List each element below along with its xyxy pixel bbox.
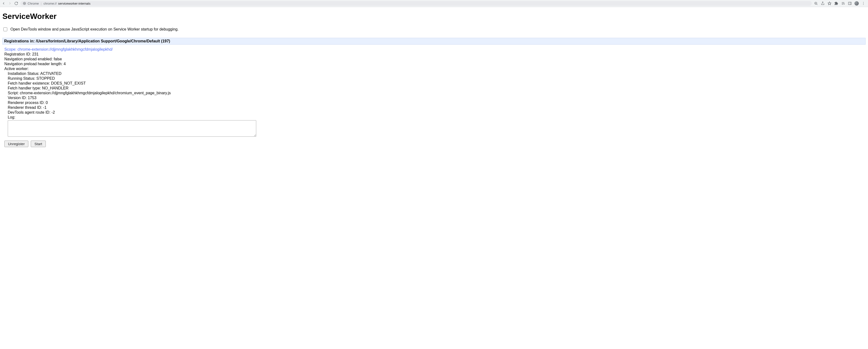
reading-list-icon[interactable]: [841, 1, 845, 6]
back-button[interactable]: [1, 1, 6, 6]
url-scheme: chrome://: [43, 2, 57, 5]
worker-script: Script: chrome-extension://djjmngfglakhk…: [8, 91, 864, 95]
browser-toolbar: Chrome | chrome://serviceworker-internal…: [0, 0, 868, 7]
page-title: ServiceWorker: [2, 12, 866, 21]
site-info-icon[interactable]: [23, 2, 26, 5]
log-textarea[interactable]: [8, 120, 256, 137]
active-worker-block: Installation Status: ACTIVATED Running S…: [8, 71, 864, 137]
svg-point-15: [863, 4, 864, 5]
svg-line-3: [817, 4, 817, 5]
fetch-handler-type: Fetch handler type: NO_HANDLER: [8, 86, 864, 91]
kebab-menu-icon[interactable]: [861, 1, 866, 6]
url-path: serviceworker-internals: [58, 2, 91, 5]
svg-point-1: [24, 3, 25, 4]
address-bar[interactable]: Chrome | chrome://serviceworker-internal…: [20, 1, 812, 6]
side-panel-icon[interactable]: [848, 1, 852, 6]
svg-marker-7: [828, 2, 831, 5]
devtools-route-id: DevTools agent route ID: -2: [8, 110, 864, 115]
entry-buttons: Unregister Start: [4, 141, 864, 147]
fetch-handler-existence: Fetch handler existence: DOES_NOT_EXIST: [8, 81, 864, 86]
log-label: Log:: [8, 115, 864, 120]
bookmark-star-icon[interactable]: [827, 1, 832, 6]
page-content: ServiceWorker Open DevTools window and p…: [0, 7, 868, 151]
renderer-process-id: Renderer process ID: 0: [8, 100, 864, 105]
start-button[interactable]: Start: [31, 141, 46, 147]
svg-point-13: [863, 2, 864, 2]
profile-avatar[interactable]: [855, 1, 859, 6]
forward-button[interactable]: [8, 1, 12, 6]
debug-checkbox-label: Open DevTools window and pause JavaScrip…: [10, 27, 179, 31]
scope-link[interactable]: Scope: chrome-extension://djjmngfglakhkh…: [4, 47, 113, 51]
registration-entry: Scope: chrome-extension://djjmngfglakhkh…: [2, 45, 866, 149]
url-origin-label: Chrome: [28, 2, 39, 5]
extensions-icon[interactable]: [834, 1, 838, 6]
nav-preload-header-length: Navigation preload header length: 4: [4, 62, 864, 66]
share-icon[interactable]: [820, 1, 825, 6]
debug-checkbox-row[interactable]: Open DevTools window and pause JavaScrip…: [2, 27, 866, 32]
active-worker-label: Active worker:: [4, 66, 864, 71]
installation-status: Installation Status: ACTIVATED: [8, 71, 864, 76]
version-id: Version ID: 1753: [8, 95, 864, 100]
nav-preload-enabled: Navigation preload enabled: false: [4, 57, 864, 62]
debug-checkbox[interactable]: [3, 27, 7, 31]
registration-id: Registration ID: 231: [4, 52, 864, 57]
svg-rect-11: [848, 2, 851, 5]
running-status: Running Status: STOPPED: [8, 76, 864, 81]
toolbar-right: [814, 1, 867, 6]
registrations-header: Registrations in: /Users/forinton/Librar…: [2, 38, 866, 45]
unregister-button[interactable]: Unregister: [4, 141, 28, 147]
reload-button[interactable]: [14, 1, 19, 6]
renderer-thread-id: Renderer thread ID: -1: [8, 105, 864, 110]
svg-point-0: [23, 2, 26, 5]
zoom-icon[interactable]: [814, 1, 818, 6]
svg-point-14: [863, 3, 864, 4]
